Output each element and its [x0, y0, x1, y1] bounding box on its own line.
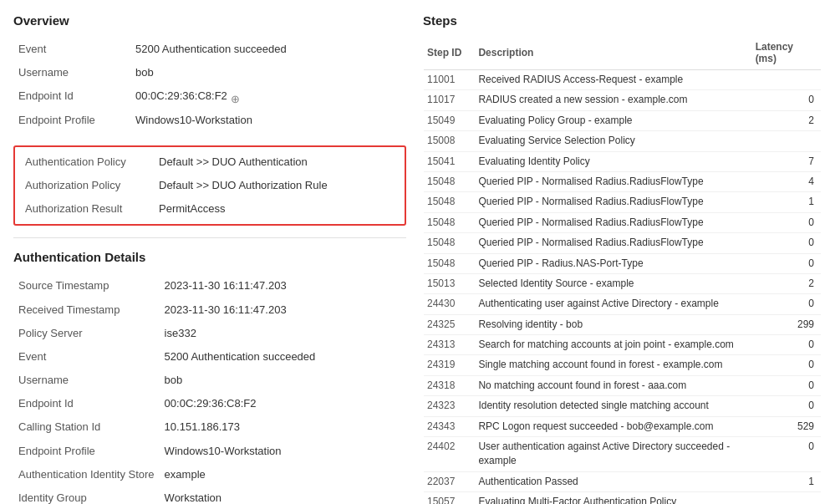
- auth-detail-row: Endpoint Id00:0C:29:36:C8:F2: [13, 392, 406, 415]
- step-desc: Evaluating Identity Policy: [475, 151, 751, 171]
- col-description: Description: [475, 38, 751, 70]
- step-row: 15049Evaluating Policy Group - example2: [424, 110, 821, 130]
- step-desc: Queried PIP - Normalised Radius.RadiusFl…: [475, 192, 751, 212]
- step-latency: 1: [752, 471, 821, 491]
- overview-row: Endpoint ProfileWindows10-Workstation: [13, 109, 406, 132]
- auth-detail-row: Policy Serverise332: [13, 322, 406, 345]
- step-id: 15048: [424, 171, 475, 191]
- step-id: 24313: [424, 335, 475, 355]
- row-label: Source Timestamp: [13, 274, 160, 298]
- row-label: Received Timestamp: [13, 298, 160, 322]
- step-latency: 299: [752, 314, 821, 334]
- step-id: 22037: [424, 471, 475, 491]
- step-row: 15048Queried PIP - Normalised Radius.Rad…: [424, 171, 821, 191]
- copy-icon[interactable]: ⊕: [231, 92, 241, 102]
- step-latency: [752, 492, 821, 504]
- step-id: 15048: [424, 212, 475, 232]
- row-value: 2023-11-30 16:11:47.203: [160, 274, 406, 298]
- step-row: 24323Identity resolution detected single…: [424, 396, 821, 416]
- step-desc: Evaluating Multi-Factor Authentication P…: [475, 492, 751, 504]
- step-row: 11017RADIUS created a new session - exam…: [424, 90, 821, 110]
- step-desc: Resolving identity - bob: [475, 314, 751, 334]
- step-latency: 0: [752, 396, 821, 416]
- row-value: example: [160, 463, 406, 486]
- right-panel: Steps Step ID Description Latency (ms) 1…: [423, 13, 822, 504]
- step-latency: [752, 70, 821, 90]
- overview-title: Overview: [13, 13, 406, 28]
- step-latency: 2: [752, 273, 821, 293]
- step-latency: 2: [752, 110, 821, 130]
- row-value: ise332: [160, 322, 406, 345]
- auth-detail-row: Endpoint ProfileWindows10-Workstation: [13, 440, 406, 463]
- step-row: 24319Single matching account found in fo…: [424, 355, 821, 375]
- overview-row: Event5200 Authentication succeeded: [13, 38, 406, 61]
- auth-detail-row: Calling Station Id10.151.186.173: [13, 415, 406, 439]
- step-latency: 0: [752, 335, 821, 355]
- step-latency: 0: [752, 212, 821, 232]
- row-label: Authentication Identity Store: [13, 463, 160, 486]
- auth-detail-row: Event5200 Authentication succeeded: [13, 345, 406, 369]
- step-id: 24402: [424, 437, 475, 472]
- step-desc: Search for matching accounts at join poi…: [475, 335, 751, 355]
- row-value: 00:0C:29:36:C8:F2: [160, 392, 406, 415]
- step-row: 15048Queried PIP - Radius.NAS-Port-Type0: [424, 253, 821, 273]
- step-id: 24319: [424, 355, 475, 375]
- section-divider: [13, 237, 406, 238]
- row-value: 5200 Authentication succeeded: [130, 38, 406, 61]
- step-desc: RPC Logon request succeeded - bob@exampl…: [475, 416, 751, 436]
- row-value: Windows10-Workstation: [160, 440, 406, 463]
- step-id: 15048: [424, 233, 475, 253]
- step-id: 11001: [424, 70, 475, 90]
- overview-row: Usernamebob: [13, 61, 406, 84]
- policy-row: Authorization ResultPermitAccess: [20, 197, 400, 221]
- step-row: 22037Authentication Passed1: [424, 471, 821, 491]
- steps-table: Step ID Description Latency (ms) 11001Re…: [423, 38, 822, 504]
- step-row: 24318No matching account found in forest…: [424, 375, 821, 395]
- step-latency: [752, 131, 821, 151]
- step-latency: 529: [752, 416, 821, 436]
- step-id: 24343: [424, 416, 475, 436]
- step-id: 24430: [424, 294, 475, 314]
- step-row: 24343RPC Logon request succeeded - bob@e…: [424, 416, 821, 436]
- step-desc: Evaluating Policy Group - example: [475, 110, 751, 130]
- step-row: 24402User authentication against Active …: [424, 437, 821, 472]
- row-value: 00:0C:29:36:C8:F2⊕: [130, 84, 406, 108]
- step-desc: Evaluating Service Selection Policy: [475, 131, 751, 151]
- col-latency: Latency (ms): [752, 38, 821, 70]
- row-value: Workstation: [160, 486, 406, 504]
- row-value: PermitAccess: [154, 197, 400, 221]
- row-label: Authorization Result: [20, 197, 154, 221]
- step-latency: 0: [752, 437, 821, 472]
- step-id: 24323: [424, 396, 475, 416]
- step-row: 24313Search for matching accounts at joi…: [424, 335, 821, 355]
- step-latency: 1: [752, 192, 821, 212]
- step-latency: 0: [752, 253, 821, 273]
- auth-detail-row: Authentication Identity Storeexample: [13, 463, 406, 486]
- step-desc: Queried PIP - Normalised Radius.RadiusFl…: [475, 233, 751, 253]
- row-value: 10.151.186.173: [160, 415, 406, 439]
- step-id: 24325: [424, 314, 475, 334]
- row-value: Windows10-Workstation: [130, 109, 406, 132]
- row-value: Default >> DUO Authentication: [154, 150, 400, 174]
- col-step-id: Step ID: [424, 38, 475, 70]
- step-id: 15008: [424, 131, 475, 151]
- row-label: Policy Server: [13, 322, 160, 345]
- row-label: Identity Group: [13, 486, 160, 504]
- row-label: Endpoint Id: [13, 84, 130, 108]
- row-label: Calling Station Id: [13, 415, 160, 439]
- step-desc: Identity resolution detected single matc…: [475, 396, 751, 416]
- step-id: 15041: [424, 151, 475, 171]
- step-id: 11017: [424, 90, 475, 110]
- step-id: 24318: [424, 375, 475, 395]
- step-latency: 0: [752, 90, 821, 110]
- step-latency: 7: [752, 151, 821, 171]
- step-id: 15013: [424, 273, 475, 293]
- step-id: 15049: [424, 110, 475, 130]
- step-desc: Received RADIUS Access-Request - example: [475, 70, 751, 90]
- step-desc: Selected Identity Source - example: [475, 273, 751, 293]
- policy-table: Authentication PolicyDefault >> DUO Auth…: [20, 150, 400, 221]
- step-row: 15048Queried PIP - Normalised Radius.Rad…: [424, 212, 821, 232]
- row-label: Event: [13, 345, 160, 369]
- step-id: 15057: [424, 492, 475, 504]
- policy-highlight-block: Authentication PolicyDefault >> DUO Auth…: [13, 145, 406, 227]
